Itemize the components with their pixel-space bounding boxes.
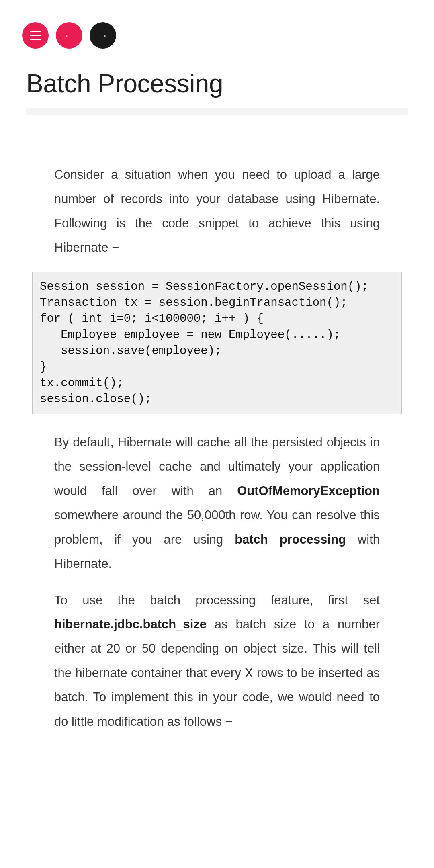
paragraph-3: To use the batch processing feature, fir…: [26, 588, 408, 734]
title-divider: [26, 108, 408, 115]
menu-button[interactable]: [22, 22, 49, 49]
content-area: Consider a situation when you need to up…: [0, 115, 434, 734]
intro-paragraph: Consider a situation when you need to up…: [26, 163, 408, 260]
fade-overlay: [0, 796, 434, 868]
text-span: To use the batch processing feature, fir…: [54, 593, 380, 607]
code-snippet-1: Session session = SessionFactory.openSes…: [32, 272, 402, 414]
arrow-right-icon: →: [98, 29, 108, 42]
hamburger-icon: [30, 31, 41, 40]
arrow-left-icon: ←: [64, 29, 74, 42]
text-span: as batch size to a number either at 20 o…: [54, 617, 380, 729]
bold-batch-processing: batch processing: [235, 532, 346, 547]
next-button[interactable]: →: [90, 22, 116, 49]
paragraph-2: By default, Hibernate will cache all the…: [26, 430, 408, 576]
bold-exception: OutOfMemoryException: [237, 484, 380, 498]
bold-batch-size-property: hibernate.jdbc.batch_size: [54, 617, 207, 631]
page-title: Batch Processing: [0, 57, 434, 108]
prev-button[interactable]: ←: [56, 22, 82, 49]
top-nav: ← →: [0, 0, 434, 57]
